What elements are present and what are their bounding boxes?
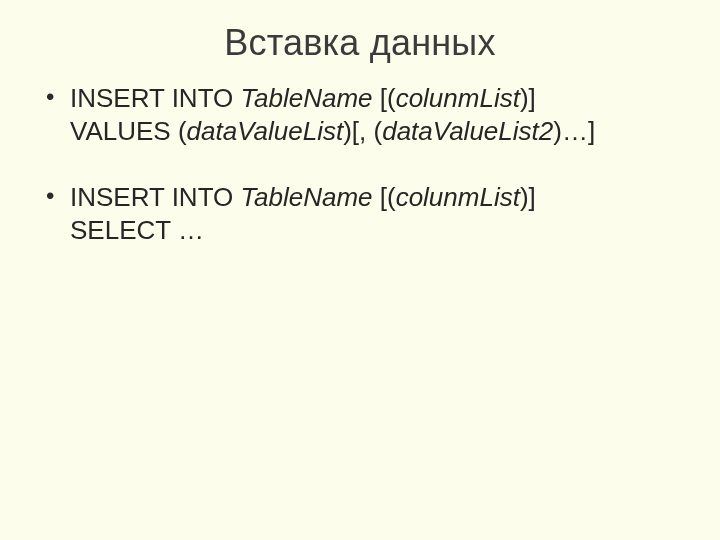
text: )…] — [553, 116, 595, 146]
text-italic: dataValueList — [187, 116, 344, 146]
text-italic: dataValueList2 — [382, 116, 553, 146]
text: [( — [373, 83, 396, 113]
bullet-line-2: SELECT … — [70, 214, 676, 247]
text: INSERT INTO — [70, 83, 241, 113]
bullet-line-2: VALUES (dataValueList)[, (dataValueList2… — [70, 115, 676, 148]
text-italic: colunmList — [396, 182, 520, 212]
text-italic: TableName — [241, 182, 373, 212]
list-item: INSERT INTO TableName [(colunmList)] SEL… — [44, 181, 676, 248]
text-italic: colunmList — [396, 83, 520, 113]
text: )] — [520, 182, 536, 212]
slide: Вставка данных INSERT INTO TableName [(c… — [0, 0, 720, 540]
text: SELECT … — [70, 215, 204, 245]
bullet-line-1: INSERT INTO TableName [(colunmList)] — [70, 82, 676, 115]
text: [( — [373, 182, 396, 212]
slide-title: Вставка данных — [44, 22, 676, 64]
list-item: INSERT INTO TableName [(colunmList)] VAL… — [44, 82, 676, 149]
text: INSERT INTO — [70, 182, 241, 212]
bullet-line-1: INSERT INTO TableName [(colunmList)] — [70, 181, 676, 214]
text: )] — [520, 83, 536, 113]
bullet-list: INSERT INTO TableName [(colunmList)] VAL… — [44, 82, 676, 247]
text: )[, ( — [343, 116, 382, 146]
text: VALUES ( — [70, 116, 187, 146]
text-italic: TableName — [241, 83, 373, 113]
